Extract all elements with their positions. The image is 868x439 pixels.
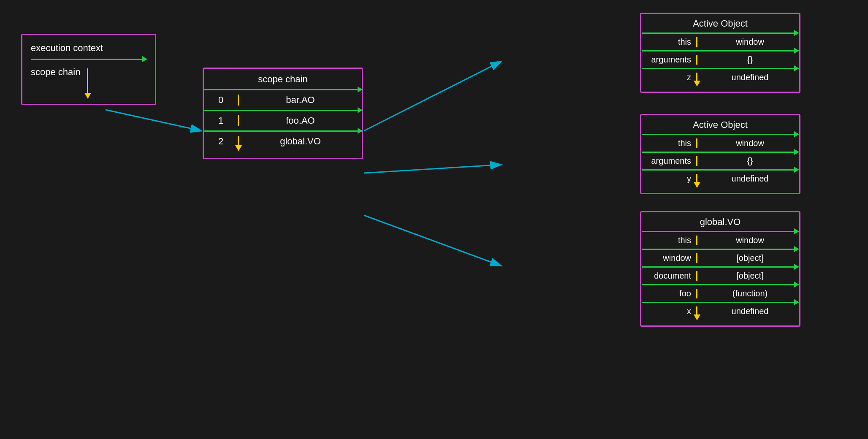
ao-val-2-y: undefined — [697, 174, 799, 184]
ao-vert-1-1 — [696, 55, 697, 65]
gvo-val-this: window — [697, 236, 799, 245]
active-object-box-2: Active Object this window arguments {} y… — [640, 114, 800, 194]
ao-label-2-y: y — [641, 174, 696, 184]
ao-row-1-args: arguments {} — [641, 51, 799, 68]
gvo-label-foo: foo — [641, 289, 696, 298]
ao-vert-2-2 — [696, 174, 697, 184]
exec-ctx-green-line — [31, 59, 146, 60]
gvo-val-x: undefined — [697, 306, 799, 316]
gvo-title: global.VO — [641, 212, 799, 231]
sc-index-0: 0 — [204, 95, 238, 106]
ao-down-arrow-1 — [694, 81, 700, 87]
scope-chain-row-0: 0 bar.AO — [204, 90, 362, 110]
active-object-box-1: Active Object this window arguments {} z… — [640, 13, 800, 93]
sc-down-arrow — [235, 145, 242, 151]
gvo-val-document: [object] — [697, 271, 799, 281]
svg-line-3 — [364, 61, 502, 131]
gvo-down-arrow — [694, 314, 700, 320]
scope-chain-yellow-arrow — [87, 68, 88, 94]
ao-vert-1-0 — [696, 37, 697, 47]
gvo-val-foo: (function) — [697, 289, 799, 298]
ao-val-2-this: window — [697, 138, 799, 148]
ao-label-2-this: this — [641, 138, 696, 148]
gvo-row-document: document [object] — [641, 268, 799, 284]
gvo-row-this: this window — [641, 232, 799, 249]
gvo-vert-0 — [696, 236, 697, 245]
execution-context-label: execution context — [31, 43, 146, 54]
gvo-row-x: x undefined — [641, 303, 799, 320]
ao-val-1-z: undefined — [697, 73, 799, 82]
ao-row-2-this: this window — [641, 135, 799, 152]
gvo-label-x: x — [641, 306, 696, 316]
scope-chain-box: scope chain 0 bar.AO 1 foo.AO 2 global.V… — [203, 68, 363, 159]
sc-value-0: bar.AO — [239, 95, 362, 106]
gvo-row-foo: foo (function) — [641, 285, 799, 302]
ao-val-1-this: window — [697, 37, 799, 47]
sc-value-1: foo.AO — [239, 115, 362, 126]
scope-chain-row: scope chain — [31, 67, 146, 94]
gvo-vert-3 — [696, 289, 697, 298]
ao-vert-2-0 — [696, 138, 697, 148]
ao-label-1-this: this — [641, 37, 696, 47]
sc-index-2: 2 — [204, 136, 238, 147]
scope-chain-label: scope chain — [31, 67, 80, 78]
gvo-label-window: window — [641, 253, 696, 263]
ao-row-2-y: y undefined — [641, 171, 799, 187]
scope-chain-row-2: 2 global.VO — [204, 132, 362, 151]
gvo-vert-2 — [696, 271, 697, 281]
svg-line-4 — [364, 165, 502, 173]
gvo-val-window: [object] — [697, 253, 799, 263]
ao-title-1: Active Object — [641, 14, 799, 33]
sc-vertical-line-2 — [238, 136, 239, 147]
sc-value-2: global.VO — [239, 136, 362, 147]
ao-label-1-args: arguments — [641, 55, 696, 65]
svg-line-2 — [106, 110, 202, 131]
ao-vert-2-1 — [696, 156, 697, 166]
gvo-label-document: document — [641, 271, 696, 281]
execution-context-box: execution context scope chain — [21, 34, 156, 105]
sc-index-1: 1 — [204, 115, 238, 126]
ao-val-1-args: {} — [697, 55, 799, 65]
scope-chain-title: scope chain — [204, 69, 362, 89]
scope-chain-row-1: 1 foo.AO — [204, 111, 362, 130]
global-vo-box: global.VO this window window [object] do… — [640, 211, 800, 327]
ao-row-2-args: arguments {} — [641, 153, 799, 169]
svg-line-5 — [364, 215, 502, 266]
ao-row-1-this: this window — [641, 34, 799, 50]
gvo-label-this: this — [641, 236, 696, 245]
ao-row-1-z: z undefined — [641, 69, 799, 86]
gvo-vert-4 — [696, 306, 697, 316]
gvo-vert-1 — [696, 253, 697, 263]
ao-val-2-args: {} — [697, 156, 799, 166]
ao-label-2-args: arguments — [641, 156, 696, 166]
ao-label-1-z: z — [641, 73, 696, 82]
ao-down-arrow-2 — [694, 182, 700, 188]
ao-vert-1-2 — [696, 73, 697, 82]
gvo-row-window: window [object] — [641, 250, 799, 266]
ao-title-2: Active Object — [641, 115, 799, 134]
